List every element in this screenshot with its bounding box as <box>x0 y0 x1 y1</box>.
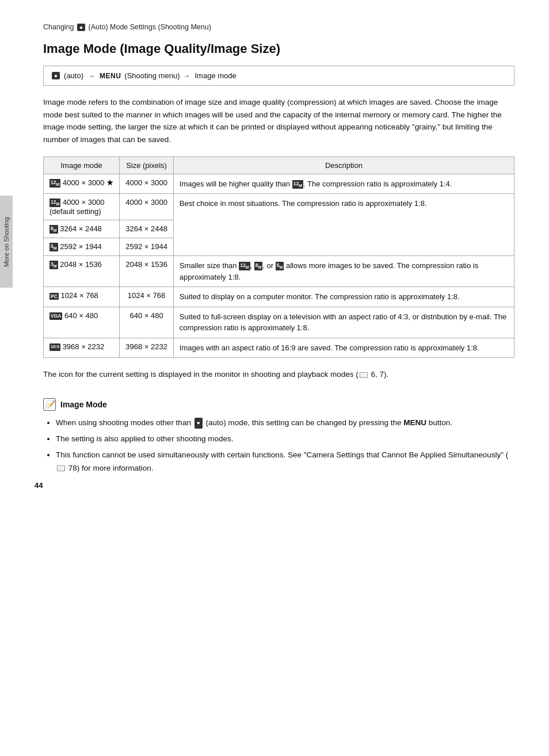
table-row: PC 1024 × 768 1024 × 768 Suited to displ… <box>44 287 514 307</box>
mode-icon: 12M <box>49 179 60 188</box>
note-icon: 📝 <box>43 398 56 411</box>
mode-cell: 16:9 3968 × 2232 <box>44 338 120 358</box>
mode-cell: VGA 640 × 480 <box>44 307 120 338</box>
size-cell: 640 × 480 <box>120 307 174 338</box>
mode-icon: 8M <box>49 225 58 234</box>
col-header-desc: Description <box>173 156 514 174</box>
size-cell: 3968 × 2232 <box>120 338 174 358</box>
mode-icon: VGA <box>49 312 62 319</box>
ref-icon: 5M <box>276 262 284 270</box>
note-list: When using shooting modes other than ● (… <box>43 417 514 475</box>
page-title: Image Mode (Image Quality/Image Size) <box>43 41 514 56</box>
size-cell: 4000 × 3000 <box>120 174 174 194</box>
table-row: 12M 4000 × 3000 ★ 4000 × 3000 Images wil… <box>44 174 514 194</box>
desc-cell: Images will be higher quality than 12M. … <box>173 174 514 194</box>
size-cell: 3264 × 2448 <box>120 220 174 238</box>
mode-cell: PC 1024 × 768 <box>44 287 120 307</box>
desc-cell: Smaller size than 12M, 8M, or 5M allows … <box>173 256 514 287</box>
size-cell: 2592 × 1944 <box>120 238 174 256</box>
size-cell: 2048 × 1536 <box>120 256 174 287</box>
note-bullet-2: The setting is also applied to other sho… <box>56 433 514 445</box>
desc-cell: Suited to display on a computer monitor.… <box>173 287 514 307</box>
note-bullet-3: This function cannot be used simultaneou… <box>56 449 514 475</box>
note-bullet-1: When using shooting modes other than ● (… <box>56 417 514 429</box>
mode-cell: 12M 4000 × 3000 ★ <box>44 174 120 194</box>
mode-icon: 3M <box>49 261 58 269</box>
note-title: Image Mode <box>60 400 107 409</box>
sidebar-label: More on Shooting <box>3 217 10 267</box>
table-row: 3M 2048 × 1536 2048 × 1536 Smaller size … <box>44 256 514 287</box>
mode-cell: 8M 3264 × 2448 <box>44 220 120 238</box>
image-mode-table: Image mode Size (pixels) Description 12M… <box>43 156 514 358</box>
mode-icon: 12M <box>49 198 60 207</box>
desc-cell: Images with an aspect ratio of 16:9 are … <box>173 338 514 358</box>
size-cell: 4000 × 3000 <box>120 194 174 220</box>
page-container: More on Shooting Changing ● (Auto) Mode … <box>0 0 549 501</box>
page-number: 44 <box>35 481 43 490</box>
mode-cell: 3M 2048 × 1536 <box>44 256 120 287</box>
ref-icon: 12M <box>239 262 250 270</box>
ref-icon: 12M <box>292 180 303 189</box>
col-header-size: Size (pixels) <box>120 156 174 174</box>
size-cell: 1024 × 768 <box>120 287 174 307</box>
footer-text: The icon for the current setting is disp… <box>43 368 514 381</box>
sidebar-tab: More on Shooting <box>0 196 13 288</box>
note-section: 📝 Image Mode When using shooting modes o… <box>43 398 514 475</box>
table-row: 12M 4000 × 3000(default setting) 4000 × … <box>44 194 514 220</box>
nav-box: ● (auto) → MENU (Shooting menu) → Image … <box>43 66 514 86</box>
table-row: 16:9 3968 × 2232 3968 × 2232 Images with… <box>44 338 514 358</box>
mode-icon: 16:9 <box>49 343 60 352</box>
mode-cell: 12M 4000 × 3000(default setting) <box>44 194 120 220</box>
mode-icon: 5M <box>49 243 58 251</box>
desc-cell: Best choice in most situations. The comp… <box>173 194 514 256</box>
mode-cell: 5M 2592 × 1944 <box>44 238 120 256</box>
note-header: 📝 Image Mode <box>43 398 514 411</box>
mode-icon: PC <box>49 293 59 300</box>
intro-text: Image mode refers to the combination of … <box>43 96 514 146</box>
table-row: VGA 640 × 480 640 × 480 Suited to full-s… <box>44 307 514 338</box>
desc-cell: Suited to full-screen display on a telev… <box>173 307 514 338</box>
breadcrumb: Changing ● (Auto) Mode Settings (Shootin… <box>43 23 514 31</box>
ref-icon: 8M <box>254 262 263 270</box>
col-header-mode: Image mode <box>44 156 120 174</box>
